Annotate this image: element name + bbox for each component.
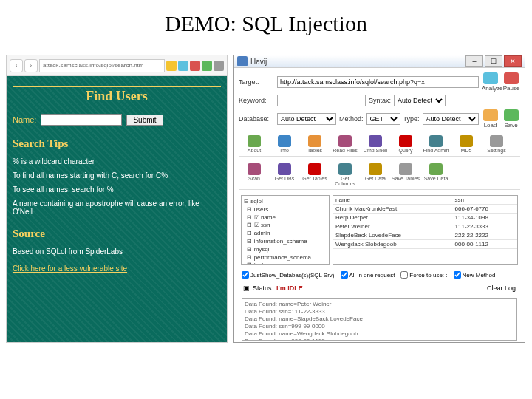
keyword-input[interactable]: [277, 95, 366, 106]
status-label: Status:: [253, 284, 273, 292]
tip-text: To see all names, search for %: [13, 185, 221, 194]
database-select[interactable]: Auto Detect: [277, 113, 336, 125]
page-content: Find Users Name: Submit Search Tips % is…: [7, 76, 227, 342]
toolbar-item[interactable]: Settings: [482, 135, 511, 153]
method-select[interactable]: GET: [366, 113, 400, 125]
subtoolbar-item[interactable]: Get DBs: [270, 163, 299, 186]
type-select[interactable]: Auto Detect: [423, 113, 479, 125]
tip-text: To find all names starting with C, searc…: [13, 171, 221, 180]
check1[interactable]: JustShow_Databas(s)(SQL Srv): [242, 271, 335, 279]
less-vulnerable-link[interactable]: Click here for a less vulnerable site: [13, 265, 221, 273]
toolbar-item[interactable]: Tables: [301, 135, 329, 153]
subtoolbar-item[interactable]: Save Tables: [392, 163, 420, 186]
close-button[interactable]: ✕: [504, 55, 522, 67]
browser-extension-icons: [166, 61, 224, 71]
forward-button[interactable]: ›: [24, 59, 38, 72]
method-label: Method:: [339, 115, 364, 123]
status-value: I'm IDLE: [276, 284, 303, 292]
check4[interactable]: New Method: [454, 271, 496, 279]
analyze-button[interactable]: Analyze: [482, 72, 499, 92]
target-label: Target:: [239, 78, 274, 86]
source-text: Based on SQLol from SpiderLabs: [13, 248, 221, 256]
subtoolbar-item[interactable]: Get Data: [361, 163, 389, 186]
tips-heading: Search Tips: [13, 136, 221, 151]
subtoolbar-item[interactable]: Get Tables: [301, 163, 329, 186]
tip-text: % is a wildcard character: [13, 157, 221, 166]
save-button[interactable]: Save: [502, 109, 520, 129]
subtoolbar-item[interactable]: Scan: [240, 163, 268, 186]
check2[interactable]: All in one request: [341, 271, 395, 279]
maximize-button[interactable]: ☐: [485, 55, 502, 67]
toolbar-item[interactable]: MD5: [452, 135, 480, 153]
browser-address-bar: ‹ › attack.samsclass.info/sqlol/search.h…: [7, 55, 227, 76]
toolbar-item[interactable]: Query: [392, 135, 420, 153]
toolbar-item[interactable]: Read Files: [331, 135, 359, 153]
url-input[interactable]: attack.samsclass.info/sqlol/search.htm: [39, 59, 165, 72]
sub-toolbar: ScanGet DBsGet TablesGet ColumnsGet Data…: [239, 160, 520, 190]
toolbar-item[interactable]: Info: [270, 135, 299, 153]
target-input[interactable]: [277, 76, 479, 88]
minimize-button[interactable]: –: [466, 55, 483, 67]
back-button[interactable]: ‹: [10, 59, 23, 72]
check3[interactable]: Force to use: :: [400, 271, 447, 279]
data-grid[interactable]: namessnChunk MacKrunkleFast666-67-6776He…: [332, 195, 518, 265]
toolbar-item[interactable]: Cmd Shell: [361, 135, 389, 153]
toolbar-item[interactable]: About: [240, 135, 268, 153]
load-button[interactable]: Load: [482, 109, 499, 129]
schema-tree[interactable]: ⊟ sqlol ⊟ users ⊟ ☑ name ⊟ ☑ ssn ⊟ admin…: [241, 195, 330, 265]
page-heading: Find Users: [13, 86, 221, 106]
pause-button[interactable]: Pause: [502, 72, 520, 92]
source-heading: Source: [13, 226, 221, 242]
subtoolbar-item[interactable]: Get Columns: [331, 163, 359, 186]
slide-title: DEMO: SQL Injection: [0, 0, 532, 55]
toolbar-item[interactable]: Find Admin: [422, 135, 450, 153]
main-toolbar: AboutInfoTablesRead FilesCmd ShellQueryF…: [239, 132, 520, 157]
syntax-label: Syntax:: [369, 97, 391, 104]
syntax-select[interactable]: Auto Detect: [394, 95, 446, 106]
subtoolbar-item[interactable]: Save Data: [422, 163, 450, 186]
clear-log-link[interactable]: Clear Log: [487, 284, 516, 292]
keyword-label: Keyword:: [239, 97, 274, 104]
database-label: Database:: [239, 115, 274, 123]
app-icon: [237, 56, 248, 66]
name-input[interactable]: [41, 114, 122, 126]
name-label: Name:: [13, 115, 36, 124]
window-title: Havij: [250, 58, 466, 66]
type-label: Type:: [403, 115, 420, 123]
submit-button[interactable]: Submit: [126, 115, 163, 126]
log-panel: Data Found: name=Peter WeinerData Found:…: [242, 298, 517, 341]
window-titlebar: Havij – ☐ ✕: [234, 55, 525, 68]
browser-window: ‹ › attack.samsclass.info/sqlol/search.h…: [6, 55, 228, 343]
tip-text: A name containing an apostrophe will cau…: [13, 200, 221, 216]
status-icon: ▣: [243, 284, 250, 292]
tool-window: Havij – ☐ ✕ Target: Analyze Pause Keywor…: [233, 55, 525, 343]
